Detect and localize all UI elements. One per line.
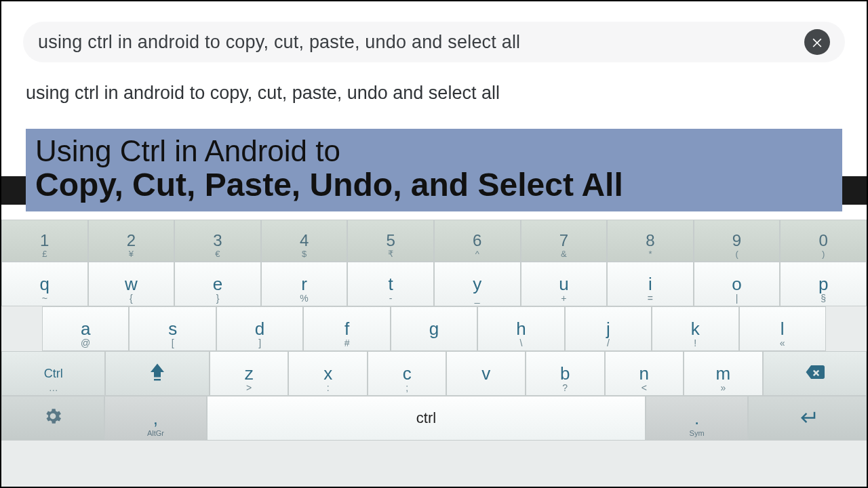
key-period[interactable]: . Sym <box>646 396 749 441</box>
key-x[interactable]: x: <box>288 351 368 396</box>
key-h[interactable]: h\ <box>477 306 564 351</box>
gear-icon <box>43 406 63 431</box>
key-p[interactable]: p§ <box>780 262 867 306</box>
key-l[interactable]: l« <box>739 306 826 351</box>
key-y[interactable]: y_ <box>434 262 521 306</box>
key-d[interactable]: d] <box>216 306 303 351</box>
key-9[interactable]: 9( <box>694 220 781 262</box>
key-ctrl[interactable]: Ctrl … <box>1 351 105 396</box>
key-u[interactable]: u+ <box>521 262 608 306</box>
key-q[interactable]: q~ <box>1 262 88 306</box>
key-4[interactable]: 4$ <box>261 220 348 262</box>
key-7[interactable]: 7& <box>521 220 608 262</box>
key-0[interactable]: 0) <box>780 220 867 262</box>
key-k[interactable]: k! <box>652 306 738 351</box>
key-backspace[interactable] <box>763 351 867 396</box>
key-6[interactable]: 6^ <box>434 220 521 262</box>
on-screen-keyboard: 1£2¥3€4$5₹6^7&8*9(0) q~w{e}r%t-y_u+i=o|p… <box>1 220 867 487</box>
search-input-text[interactable]: using ctrl in android to copy, cut, past… <box>38 32 804 53</box>
key-s[interactable]: s[ <box>129 306 216 351</box>
key-2[interactable]: 2¥ <box>88 220 175 262</box>
clear-search-button[interactable] <box>804 29 830 55</box>
key-z[interactable]: z> <box>210 351 289 396</box>
key-b[interactable]: b? <box>526 351 605 396</box>
key-1[interactable]: 1£ <box>1 220 88 262</box>
title-line-2: Copy, Cut, Paste, Undo, and Select All <box>35 168 833 202</box>
key-shift[interactable] <box>105 351 209 396</box>
key-i[interactable]: i= <box>607 262 694 306</box>
key-comma[interactable]: , AltGr <box>104 396 208 441</box>
key-c[interactable]: c; <box>368 351 447 396</box>
key-m[interactable]: m» <box>684 351 763 396</box>
key-settings[interactable] <box>1 396 104 441</box>
key-8[interactable]: 8* <box>607 220 694 262</box>
key-3[interactable]: 3€ <box>174 220 261 262</box>
title-banner: Using Ctrl in Android to Copy, Cut, Past… <box>26 129 842 211</box>
key-n[interactable]: n< <box>605 351 684 396</box>
enter-icon <box>797 406 818 431</box>
key-w[interactable]: w{ <box>88 262 175 306</box>
key-v[interactable]: v <box>446 351 526 396</box>
key-f[interactable]: f# <box>303 306 390 351</box>
search-bar[interactable]: using ctrl in android to copy, cut, past… <box>23 22 845 62</box>
search-suggestion[interactable]: using ctrl in android to copy, cut, past… <box>1 69 867 106</box>
key-e[interactable]: e} <box>174 262 261 306</box>
key-r[interactable]: r% <box>261 262 348 306</box>
key-j[interactable]: j/ <box>565 306 652 351</box>
title-line-1: Using Ctrl in Android to <box>35 134 833 168</box>
key-enter[interactable] <box>748 396 867 441</box>
backspace-icon <box>804 362 825 386</box>
key-g[interactable]: g <box>391 306 477 351</box>
shift-icon <box>147 362 167 386</box>
key-o[interactable]: o| <box>694 262 781 306</box>
key-t[interactable]: t- <box>347 262 434 306</box>
key-spacebar[interactable]: ctrl <box>207 396 646 441</box>
key-5[interactable]: 5₹ <box>347 220 434 262</box>
key-a[interactable]: a@ <box>42 306 129 351</box>
